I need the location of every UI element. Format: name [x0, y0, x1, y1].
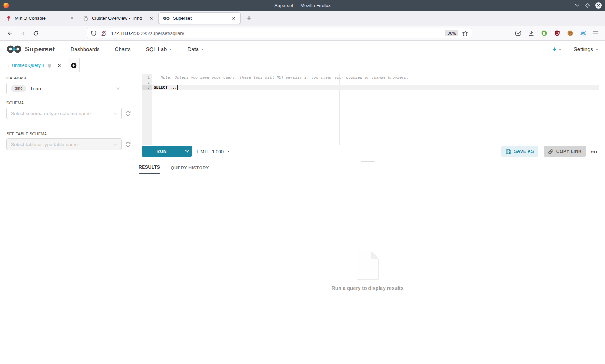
code-line: [152, 80, 599, 85]
sqllab-toolbar: RUN LIMIT: 1 000 SAVE AS: [130, 145, 605, 158]
url-bar[interactable]: 172.18.0.4:32295/superset/sqllab/ 90%: [87, 28, 472, 38]
superset-home-link[interactable]: Superset: [6, 45, 55, 53]
window-minimize-button[interactable]: [575, 4, 580, 7]
diamond-icon: [585, 3, 590, 8]
run-query-button[interactable]: RUN: [142, 146, 192, 157]
sqllab-editor-pane: 1 2 3 -- Note: Unless you save your quer…: [130, 72, 605, 364]
browser-tab-superset[interactable]: Superset: [158, 12, 241, 24]
chevron-down-icon: [113, 143, 117, 146]
window-close-button[interactable]: [595, 2, 602, 9]
tracking-shield-icon[interactable]: [91, 30, 97, 36]
tab-close-icon[interactable]: [68, 15, 76, 22]
save-icon: [506, 149, 511, 154]
table-schema-label: SEE TABLE SCHEMA: [6, 132, 124, 136]
sqllab-main: DATABASE trino Trino SCHEMA Select schem…: [0, 72, 605, 364]
browser-tab-title: MinIO Console: [15, 15, 65, 21]
tab-close-icon[interactable]: [230, 15, 237, 22]
query-tab-active[interactable]: Untitled Query 1: [4, 58, 66, 73]
more-actions-button[interactable]: •••: [590, 149, 599, 154]
copy-link-button[interactable]: COPY LINK: [544, 146, 586, 157]
reload-icon: [33, 30, 39, 36]
save-as-button[interactable]: SAVE AS: [501, 146, 538, 157]
zoom-indicator[interactable]: 90%: [445, 30, 458, 36]
settings-menu[interactable]: Settings: [574, 46, 599, 52]
cookie-icon[interactable]: [566, 29, 574, 37]
forward-button[interactable]: [17, 28, 28, 38]
sqllab-sidebar: DATABASE trino Trino SCHEMA Select schem…: [0, 72, 130, 364]
tab-close-icon[interactable]: [148, 15, 155, 22]
tab-results[interactable]: RESULTS: [139, 165, 160, 174]
database-select[interactable]: trino Trino: [6, 83, 124, 94]
brand-title: Superset: [25, 45, 55, 53]
sidebar-divider: [6, 126, 124, 126]
table-select[interactable]: Select table or type table name: [6, 138, 122, 150]
window-title: Superset — Mozilla Firefox: [0, 3, 605, 8]
browser-tab-title: Cluster Overview - Trino: [92, 15, 144, 21]
nav-item-dashboards[interactable]: Dashboards: [63, 41, 107, 58]
insecure-lock-icon[interactable]: [100, 30, 107, 36]
pocket-icon[interactable]: [514, 29, 522, 37]
new-item-button[interactable]: +: [552, 46, 561, 53]
close-icon: [595, 2, 602, 9]
sql-keyword: SELECT: [154, 85, 168, 90]
code-line-active: SELECT ...: [152, 85, 599, 90]
back-arrow-icon: [7, 30, 13, 36]
downloads-icon[interactable]: [527, 29, 535, 37]
schema-select[interactable]: Select schema or type schema name: [6, 108, 122, 119]
line-number: 1: [142, 75, 152, 80]
database-value: Trino: [30, 86, 41, 91]
close-query-tab-icon[interactable]: [57, 63, 62, 68]
link-icon: [548, 149, 554, 154]
line-number: 2: [142, 80, 152, 85]
browser-tab-minio[interactable]: MinIO Console: [1, 11, 79, 26]
window-maximize-button[interactable]: [585, 3, 590, 8]
chevron-down-icon: [113, 112, 117, 115]
tab-query-history[interactable]: QUERY HISTORY: [171, 165, 209, 174]
hamburger-menu-icon[interactable]: [592, 29, 600, 37]
main-nav: Dashboards Charts SQL Lab Data: [63, 41, 212, 58]
results-empty-state: Run a query to display results: [130, 252, 605, 291]
empty-state-message: Run a query to display results: [332, 285, 404, 291]
database-label: DATABASE: [6, 76, 124, 80]
table-placeholder: Select table or type table name: [11, 142, 78, 147]
query-tab-title: Untitled Query 1: [12, 63, 44, 68]
pane-resize-handle[interactable]: [361, 160, 375, 162]
extension-asterisk-icon[interactable]: [579, 29, 587, 37]
chevron-down-icon[interactable]: [182, 150, 192, 153]
ublock-shield-icon[interactable]: [553, 29, 561, 37]
nav-item-data[interactable]: Data: [180, 41, 212, 58]
drag-handle-icon[interactable]: [8, 63, 9, 68]
superset-navbar: Superset Dashboards Charts SQL Lab Data …: [0, 41, 605, 58]
unsaved-indicator: [48, 64, 51, 68]
bookmark-star-icon[interactable]: [462, 30, 468, 36]
browser-tab-bar: MinIO Console Cluster Overview - Trino S…: [0, 11, 605, 26]
reload-button[interactable]: [30, 28, 41, 38]
nav-item-sql-lab[interactable]: SQL Lab: [138, 41, 180, 58]
code-line: -- Note: Unless you save your query, the…: [152, 75, 599, 80]
sql-comment: -- Note: Unless you save your query, the…: [154, 75, 409, 80]
browser-tab-trino[interactable]: Cluster Overview - Trino: [79, 11, 158, 26]
navbar-right: + Settings: [552, 46, 599, 53]
line-number: 3: [142, 85, 152, 90]
new-tab-button[interactable]: [243, 11, 254, 26]
superset-favicon: [163, 17, 170, 20]
editor-code-area[interactable]: -- Note: Unless you save your query, the…: [152, 74, 599, 145]
results-tab-bar: RESULTS QUERY HISTORY: [130, 165, 605, 174]
minio-favicon: [6, 15, 12, 21]
limit-dropdown[interactable]: LIMIT: 1 000: [197, 149, 230, 154]
browser-extension-icons: [514, 29, 605, 37]
back-button[interactable]: [4, 28, 15, 38]
query-tab-bar: Untitled Query 1: [0, 58, 605, 72]
chevron-down-icon: [575, 4, 580, 7]
chevron-down-icon: [559, 49, 561, 50]
browser-tab-title: Superset: [173, 15, 227, 21]
chevron-down-icon: [201, 49, 204, 50]
chevron-down-icon: [116, 87, 120, 90]
window-titlebar: Superset — Mozilla Firefox: [0, 0, 605, 11]
add-query-tab-button[interactable]: [68, 58, 80, 72]
extension-privacy-icon[interactable]: [540, 29, 548, 37]
nav-item-charts[interactable]: Charts: [107, 41, 138, 58]
sql-editor[interactable]: 1 2 3 -- Note: Unless you save your quer…: [142, 74, 599, 145]
browser-toolbar: 172.18.0.4:32295/superset/sqllab/ 90%: [0, 26, 605, 41]
database-type-badge: trino: [11, 85, 26, 92]
